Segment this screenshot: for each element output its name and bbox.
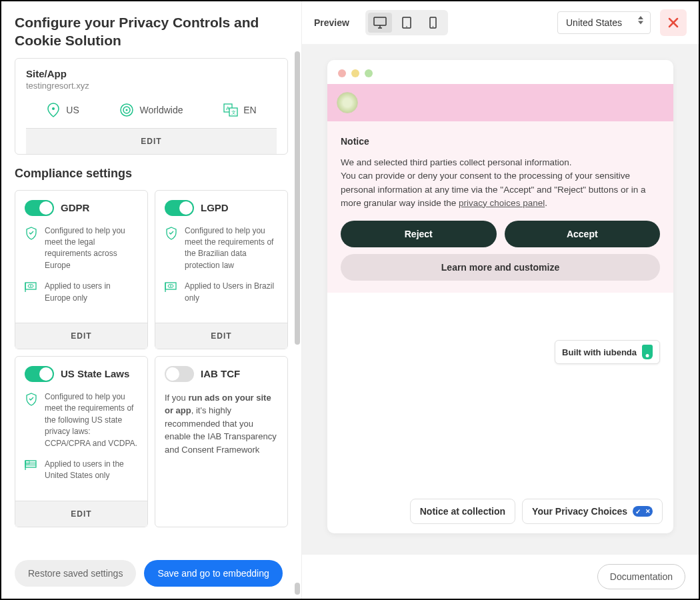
pin-icon: [46, 103, 61, 117]
lgpd-toggle[interactable]: [165, 200, 194, 216]
svg-text:文: 文: [231, 110, 236, 115]
iab-description: If you run ads on your site or app, it's…: [165, 391, 278, 457]
notice-body: We and selected third parties collect pe…: [341, 156, 660, 210]
mock-site-header: [327, 84, 673, 121]
gdpr-toggle[interactable]: [25, 200, 54, 216]
svg-rect-22: [374, 17, 386, 25]
shield-check-icon: [165, 225, 178, 272]
iab-name: IAB TCF: [201, 368, 240, 379]
us-applied-text: Applied to users in the United States on…: [45, 459, 138, 482]
compliance-card-iab: IAB TCF If you run ads on your site or a…: [155, 356, 288, 527]
svg-rect-21: [25, 461, 29, 464]
privacy-choices-link[interactable]: privacy choices panel: [459, 198, 545, 208]
gdpr-edit-button[interactable]: EDIT: [15, 323, 147, 349]
shield-check-icon: [25, 391, 38, 449]
us-name: US State Laws: [61, 368, 129, 379]
device-tablet-button[interactable]: [395, 13, 419, 33]
device-mobile-button[interactable]: [421, 13, 445, 33]
dot-green-icon: [365, 69, 373, 77]
tablet-icon: [402, 17, 411, 29]
notice-at-collection-button[interactable]: Notice at collection: [410, 499, 515, 524]
reject-button[interactable]: Reject: [341, 221, 497, 247]
flag-eye-icon: [165, 281, 178, 304]
svg-text:A: A: [226, 105, 230, 111]
country-select[interactable]: United States: [557, 11, 651, 34]
target-icon: [119, 103, 134, 117]
site-edit-button[interactable]: EDIT: [26, 128, 277, 154]
site-language: A文 EN: [223, 103, 256, 117]
device-selector: [365, 10, 448, 35]
gdpr-name: GDPR: [61, 202, 89, 213]
svg-point-26: [406, 26, 407, 27]
mock-site-logo: [337, 92, 358, 113]
translate-icon: A文: [223, 103, 238, 117]
restore-button[interactable]: Restore saved settings: [15, 560, 136, 587]
dot-red-icon: [338, 69, 346, 77]
cookie-notice: Notice We and selected third parties col…: [327, 121, 673, 293]
lgpd-name: LGPD: [201, 202, 229, 213]
mobile-icon: [429, 17, 437, 29]
compliance-card-us: US State Laws Configured to help you mee…: [15, 356, 148, 527]
built-with-text: Built with iubenda: [562, 347, 637, 357]
page-title: Configure your Privacy Controls and Cook…: [15, 13, 288, 50]
iab-toggle[interactable]: [165, 366, 194, 382]
scrollbar[interactable]: [295, 58, 300, 345]
site-card: Site/App testingresort.xyz US Worldwide: [15, 58, 288, 155]
iubenda-tag-icon: [642, 345, 653, 359]
dot-yellow-icon: [351, 69, 359, 77]
gdpr-config-text: Configured to help you meet the legal re…: [45, 225, 138, 272]
close-icon: [667, 17, 679, 29]
compliance-card-lgpd: LGPD Configured to help you meet the req…: [155, 190, 288, 349]
compliance-section-title: Compliance settings: [15, 167, 288, 181]
shield-check-icon: [25, 225, 38, 272]
site-lang-text: EN: [243, 105, 256, 115]
documentation-button[interactable]: Documentation: [597, 564, 685, 589]
svg-point-15: [170, 285, 171, 287]
your-privacy-choices-button[interactable]: Your Privacy Choices: [522, 499, 663, 524]
svg-point-11: [30, 285, 31, 287]
svg-point-3: [126, 109, 128, 111]
lgpd-config-text: Configured to help you meet the requirem…: [185, 225, 278, 272]
svg-point-28: [433, 26, 434, 27]
gdpr-applied-text: Applied to users in Europe only: [45, 281, 138, 304]
site-scope: Worldwide: [119, 103, 183, 117]
lgpd-edit-button[interactable]: EDIT: [155, 323, 287, 349]
site-url: testingresort.xyz: [26, 81, 277, 91]
lgpd-applied-text: Applied to Users in Brazil only: [185, 281, 278, 304]
site-location-text: US: [66, 105, 79, 115]
flag-eye-icon: [25, 281, 38, 304]
scrollbar-bottom[interactable]: [295, 583, 300, 595]
close-button[interactable]: [660, 9, 687, 36]
us-edit-button[interactable]: EDIT: [15, 501, 147, 527]
accept-button[interactable]: Accept: [505, 221, 661, 247]
learn-more-button[interactable]: Learn more and customize: [341, 254, 660, 281]
site-location: US: [46, 103, 79, 117]
flag-us-icon: [25, 459, 38, 482]
site-scope-text: Worldwide: [139, 105, 183, 115]
browser-controls: [327, 60, 673, 84]
privacy-choices-icon: [633, 506, 653, 517]
preview-label: Preview: [314, 17, 349, 28]
us-toggle[interactable]: [25, 366, 54, 382]
device-desktop-button[interactable]: [368, 13, 392, 33]
country-value: United States: [566, 17, 622, 28]
notice-title: Notice: [341, 136, 660, 147]
browser-preview: Notice We and selected third parties col…: [327, 60, 673, 533]
site-label: Site/App: [26, 68, 277, 79]
compliance-card-gdpr: GDPR Configured to help you meet the leg…: [15, 190, 148, 349]
save-button[interactable]: Save and go to embedding: [144, 560, 282, 587]
us-config-text: Configured to help you meet the requirem…: [45, 391, 138, 449]
desktop-icon: [373, 17, 387, 29]
svg-point-0: [52, 107, 55, 110]
built-with-badge[interactable]: Built with iubenda: [555, 340, 660, 364]
